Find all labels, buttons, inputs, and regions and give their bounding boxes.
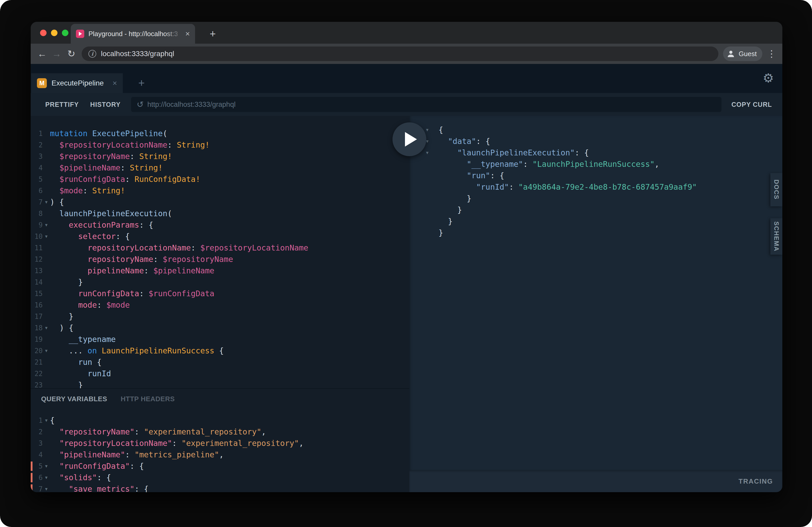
response-line[interactable]: } bbox=[409, 216, 782, 227]
response-viewer[interactable]: ▾{▾ "data": {▾ "launchPipelineExecution"… bbox=[409, 116, 782, 470]
variables-editor[interactable]: 1▾{2 "repositoryName": "experimental_rep… bbox=[31, 405, 409, 492]
fold-arrow-icon bbox=[43, 139, 50, 151]
response-line[interactable]: "runId": "a49b864a-79e2-4be8-b78c-687457… bbox=[409, 181, 782, 193]
history-button[interactable]: HISTORY bbox=[85, 97, 126, 112]
variables-line[interactable]: 5▾ "runConfigData": { bbox=[31, 461, 409, 472]
query-editor-line[interactable]: 5 $runConfigData: RunConfigData! bbox=[31, 174, 409, 185]
query-editor-line[interactable]: 23 } bbox=[31, 379, 409, 388]
line-number: 3 bbox=[31, 438, 43, 449]
schema-side-tab[interactable]: SCHEMA bbox=[770, 218, 782, 255]
response-line[interactable]: } bbox=[409, 204, 782, 216]
error-marker bbox=[31, 462, 32, 471]
endpoint-input[interactable]: ↺ http://localhost:3333/graphql bbox=[131, 97, 722, 112]
query-editor-line[interactable]: 13 pipelineName: $pipelineName bbox=[31, 265, 409, 276]
variables-line[interactable]: 1▾{ bbox=[31, 415, 409, 426]
query-editor-line[interactable]: 19 __typename bbox=[31, 334, 409, 345]
minimize-window-button[interactable] bbox=[51, 30, 57, 36]
variables-panel-tabs: QUERY VARIABLES HTTP HEADERS bbox=[31, 389, 409, 405]
variables-line[interactable]: 7▾ "save_metrics": { bbox=[31, 483, 409, 492]
tracing-bar[interactable]: TRACING bbox=[409, 470, 782, 492]
forward-button-icon[interactable]: → bbox=[49, 48, 64, 59]
query-editor-line[interactable]: 21 run { bbox=[31, 357, 409, 368]
fold-arrow-icon[interactable]: ▾ bbox=[43, 472, 50, 483]
copy-curl-button[interactable]: COPY CURL bbox=[726, 97, 773, 112]
code-text: selector: { bbox=[50, 231, 130, 242]
code-text: repositoryName: $repositoryName bbox=[50, 254, 233, 265]
fold-arrow-icon[interactable]: ▾ bbox=[424, 147, 438, 159]
fold-arrow-icon[interactable]: ▾ bbox=[424, 136, 438, 147]
close-window-button[interactable] bbox=[40, 30, 46, 36]
fold-arrow-icon[interactable]: ▾ bbox=[43, 461, 50, 472]
response-line[interactable]: "__typename": "LaunchPipelineRunSuccess"… bbox=[409, 159, 782, 170]
query-variables-tab[interactable]: QUERY VARIABLES bbox=[41, 395, 107, 403]
docs-side-tab[interactable]: DOCS bbox=[770, 173, 782, 206]
query-editor-line[interactable]: 3 $repositoryName: String! bbox=[31, 151, 409, 162]
response-line[interactable]: } bbox=[409, 193, 782, 204]
fold-arrow-icon bbox=[43, 379, 50, 388]
variables-line[interactable]: 4 "pipelineName": "metrics_pipeline", bbox=[31, 449, 409, 461]
response-line[interactable]: } bbox=[409, 227, 782, 239]
code-text: "run": { bbox=[438, 170, 504, 181]
fold-arrow-icon[interactable]: ▾ bbox=[43, 231, 50, 242]
browser-menu-icon[interactable]: ⋮ bbox=[764, 48, 779, 59]
query-editor-line[interactable]: 17 } bbox=[31, 311, 409, 322]
browser-tab-strip: Playground - http://localhost:3 × + bbox=[31, 22, 782, 44]
query-editor-line[interactable]: 4 $pipelineName: String! bbox=[31, 162, 409, 174]
code-text: $mode: String! bbox=[50, 185, 125, 196]
query-editor-line[interactable]: 8 launchPipelineExecution( bbox=[31, 208, 409, 219]
query-editor-line[interactable]: 2 $repositoryLocationName: String! bbox=[31, 139, 409, 151]
variables-line[interactable]: 6▾ "solids": { bbox=[31, 472, 409, 483]
response-line[interactable]: ▾ "data": { bbox=[409, 136, 782, 147]
reload-button-icon[interactable]: ↻ bbox=[64, 48, 78, 59]
site-info-icon[interactable]: i bbox=[88, 50, 96, 58]
reload-schema-icon[interactable]: ↺ bbox=[137, 100, 144, 109]
line-number: 12 bbox=[31, 254, 43, 265]
query-editor-line[interactable]: 10▾ selector: { bbox=[31, 231, 409, 242]
line-number: 11 bbox=[31, 242, 43, 254]
http-headers-tab[interactable]: HTTP HEADERS bbox=[121, 395, 175, 403]
code-text: "save_metrics": { bbox=[50, 483, 148, 492]
response-line[interactable]: "run": { bbox=[409, 170, 782, 181]
query-editor-line[interactable]: 11 repositoryLocationName: $repositoryLo… bbox=[31, 242, 409, 254]
query-editor-line[interactable]: 7▾) { bbox=[31, 196, 409, 208]
response-line[interactable]: ▾{ bbox=[409, 124, 782, 136]
settings-gear-icon[interactable]: ⚙ bbox=[760, 70, 776, 86]
line-number: 16 bbox=[31, 299, 43, 311]
new-tab-button[interactable]: + bbox=[206, 28, 219, 40]
query-editor-line[interactable]: 15 runConfigData: $runConfigData bbox=[31, 288, 409, 299]
response-line[interactable]: ▾ "launchPipelineExecution": { bbox=[409, 147, 782, 159]
playground-new-tab-button[interactable]: + bbox=[134, 76, 149, 90]
address-bar[interactable]: i localhost:3333/graphql bbox=[82, 46, 719, 61]
tab-close-icon[interactable]: × bbox=[185, 30, 190, 38]
query-editor-line[interactable]: 6 $mode: String! bbox=[31, 185, 409, 196]
query-editor-line[interactable]: 20▾ ... on LaunchPipelineRunSuccess { bbox=[31, 345, 409, 357]
query-editor-line[interactable]: 1mutation ExecutePipeline( bbox=[31, 128, 409, 139]
back-button-icon[interactable]: ← bbox=[35, 48, 49, 59]
query-editor-line[interactable]: 14 } bbox=[31, 276, 409, 288]
profile-button[interactable]: Guest bbox=[723, 46, 762, 61]
fold-arrow-icon[interactable]: ▾ bbox=[43, 345, 50, 357]
query-editor[interactable]: 1mutation ExecutePipeline(2 $repositoryL… bbox=[31, 116, 409, 388]
fold-arrow-icon[interactable]: ▾ bbox=[43, 196, 50, 208]
query-editor-line[interactable]: 9▾ executionParams: { bbox=[31, 219, 409, 231]
fold-arrow-icon[interactable]: ▾ bbox=[43, 322, 50, 334]
variables-line[interactable]: 3 "repositoryLocationName": "experimenta… bbox=[31, 438, 409, 449]
fold-arrow-icon[interactable]: ▾ bbox=[43, 219, 50, 231]
query-editor-line[interactable]: 16 mode: $mode bbox=[31, 299, 409, 311]
fold-arrow-icon[interactable]: ▾ bbox=[43, 483, 50, 492]
browser-tab[interactable]: Playground - http://localhost:3 × bbox=[71, 24, 195, 44]
line-number: 2 bbox=[31, 139, 43, 151]
query-editor-line[interactable]: 22 runId bbox=[31, 368, 409, 379]
query-editor-line[interactable]: 12 repositoryName: $repositoryName bbox=[31, 254, 409, 265]
prettify-button[interactable]: PRETTIFY bbox=[40, 97, 85, 112]
playground-tab-close-icon[interactable]: × bbox=[112, 79, 117, 87]
fold-arrow-icon[interactable]: ▾ bbox=[43, 415, 50, 426]
code-text: run { bbox=[50, 357, 102, 368]
query-editor-line[interactable]: 18▾ ) { bbox=[31, 322, 409, 334]
execute-query-button[interactable] bbox=[392, 122, 426, 156]
variables-line[interactable]: 2 "repositoryName": "experimental_reposi… bbox=[31, 426, 409, 438]
maximize-window-button[interactable] bbox=[62, 30, 68, 36]
fold-arrow-icon[interactable]: ▾ bbox=[424, 124, 438, 136]
code-text: $repositoryLocationName: String! bbox=[50, 139, 209, 151]
playground-tab-executepipeline[interactable]: M ExecutePipeline × bbox=[31, 73, 123, 93]
